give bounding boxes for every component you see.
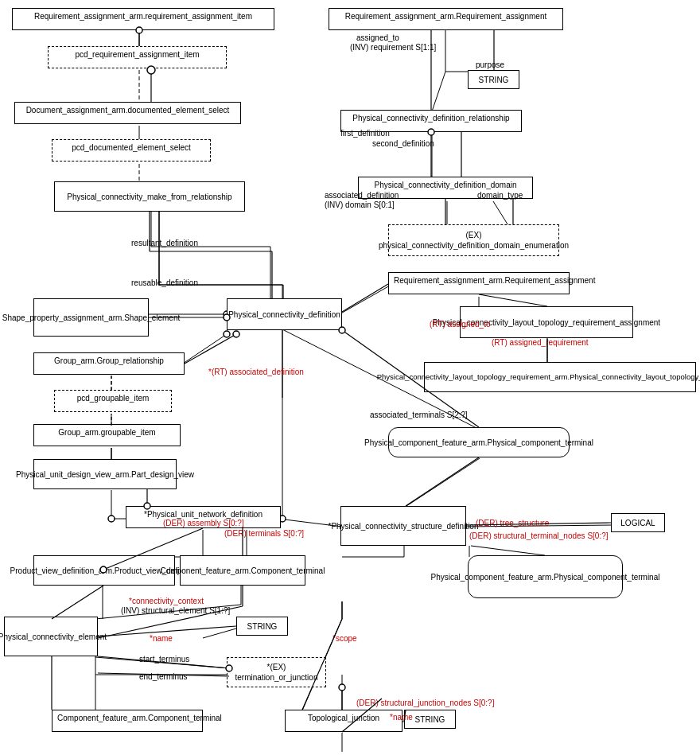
svg-line-58 xyxy=(203,629,236,638)
first-def-label: first_definition xyxy=(340,129,390,138)
name-label2: *name xyxy=(390,713,413,722)
string-box1: STRING xyxy=(236,617,288,636)
name-label1: *name xyxy=(150,634,173,643)
der-tree-structure-label: (DER) tree_structure xyxy=(476,519,549,527)
start-terminus-label: start_terminus xyxy=(139,655,189,664)
assoc-def-label: associated_definition xyxy=(325,191,399,200)
end-terminus-label: end_terminus xyxy=(139,672,188,681)
svg-point-13 xyxy=(224,331,230,337)
svg-line-25 xyxy=(338,286,390,315)
resultant-def-label: resultant_definition xyxy=(131,239,198,247)
svg-point-93 xyxy=(339,684,345,691)
assoc-terminals-label: associated_terminals S[2:?] xyxy=(370,411,468,419)
der-assembly-label: (DER) assembly S[0:?] xyxy=(163,519,244,527)
svg-point-19 xyxy=(108,516,115,522)
doc-assign-documented-box: Document_assignment_arm.documented_eleme… xyxy=(14,102,241,124)
der-struct-terminal-label: (DER) structural_terminal_nodes S[0:?] xyxy=(469,531,609,540)
shape-property-box: Shape_property_assignment_arm.Shape_elem… xyxy=(33,298,149,337)
svg-line-80 xyxy=(471,546,545,555)
domain-type-label: domain_type xyxy=(477,191,523,200)
phys-conn-element-box: *Physical_connectivity_element xyxy=(4,617,98,656)
string-purpose-box: STRING xyxy=(468,70,519,89)
product-view-def-box: Product_view_definition_arm.Product_view… xyxy=(33,555,175,586)
svg-point-106 xyxy=(233,331,239,337)
svg-line-28 xyxy=(432,72,445,111)
ex-domain-enum-box: (EX) physical_connectivity_definition_do… xyxy=(388,224,559,256)
comp-feature-terminal2-box: Component_feature_arm.Component_terminal xyxy=(52,710,203,732)
inv-domain-label: (INV) domain S[0:1] xyxy=(325,200,395,209)
second-def-label: second_definition xyxy=(372,139,434,148)
assigned-to-label: assigned_to xyxy=(356,33,399,42)
logical-box: LOGICAL xyxy=(611,513,665,532)
phys-conn-struct-box: *Physical_connectivity_structure_definit… xyxy=(340,506,466,546)
termination-or-junction-box: *(EX) termination_or_junction xyxy=(227,657,326,687)
phys-comp-feature-terminal-box: Physical_component_feature_arm.Physical_… xyxy=(388,427,570,457)
phys-unit-design-box: Physical_unit_design_view_arm.Part_desig… xyxy=(33,459,177,489)
svg-line-78 xyxy=(406,457,479,506)
comp-feature-terminal-box: Component_feature_arm.Component_terminal xyxy=(180,555,305,586)
pcd-documented-box: pcd_documented_element_select xyxy=(52,139,211,162)
phys-conn-def-box: Physical_connectivity_definition xyxy=(227,298,342,330)
req-assign-item-box: Requirement_assignment_arm.requirement_a… xyxy=(12,8,274,30)
diagram-container: Requirement_assignment_arm.requirement_a… xyxy=(0,0,700,755)
rt-assoc-def-label: *(RT) associated_definition xyxy=(208,368,304,376)
inv-requirement-label: (INV) requirement S[1:1] xyxy=(350,43,436,52)
phys-comp-feature2-box: Physical_component_feature_arm.Physical_… xyxy=(468,555,623,598)
purpose-label: purpose xyxy=(476,60,504,69)
svg-line-66 xyxy=(342,284,388,312)
group-arm-rel-box: Group_arm.Group_relationship xyxy=(33,352,185,375)
pcd-req-assign-item-box: pcd_requirement_assignment_item xyxy=(48,46,227,68)
phys-layout-topo-req-box: Physical_connectivity_layout_topology_re… xyxy=(424,362,696,392)
svg-line-36 xyxy=(404,458,480,508)
svg-line-74 xyxy=(479,294,547,306)
der-terminals-label: (DER) terminals S[0:?] xyxy=(224,529,304,538)
svg-line-32 xyxy=(493,201,509,227)
req-assign-arm-box: Requirement_assignment_arm.Requirement_a… xyxy=(329,8,563,30)
pcd-groupable-box: pcd_groupable_item xyxy=(54,390,172,412)
scope-label: *scope xyxy=(332,634,357,643)
rt-assigned-req-label: (RT) assigned_requirement xyxy=(492,338,589,347)
inv-structural-element-label: (INV) structural_element S[1:?] xyxy=(121,606,230,615)
phys-make-from-box: Physical_connectivity_make_from_relation… xyxy=(54,181,245,212)
req-assign-arm2-box: Requirement_assignment_arm.Requirement_a… xyxy=(388,272,570,294)
topo-junction-box: Topological_junction xyxy=(285,710,402,732)
der-struct-junction-label: (DER) structural_junction_nodes S[0:?] xyxy=(356,699,494,707)
svg-line-84 xyxy=(52,586,103,619)
group-arm-groupable-box: Group_arm.groupable_item xyxy=(33,424,181,446)
connectivity-context-label: *connectivity_context xyxy=(129,597,204,605)
reusable-def-label: reusable_definition xyxy=(131,278,198,287)
rt-assigned-to-label: (RT) assigned_to xyxy=(430,320,491,329)
svg-line-105 xyxy=(185,334,236,364)
svg-line-12 xyxy=(181,334,227,365)
